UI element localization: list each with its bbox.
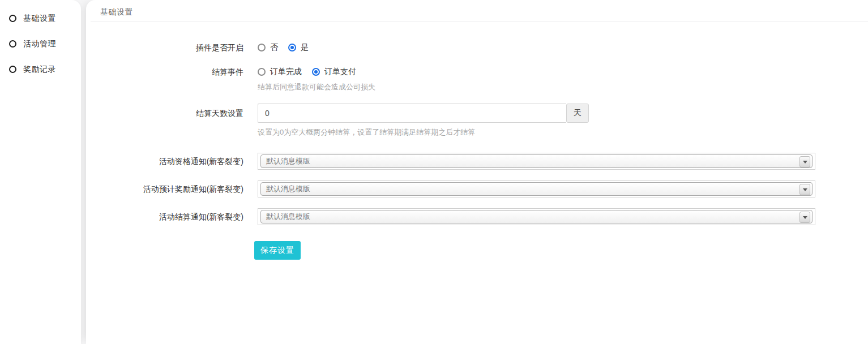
content-panel: 基础设置 插件是否开启 否 是 结算事件 订单完成 xyxy=(86,0,868,344)
plugin-enable-radio-group: 否 是 xyxy=(258,39,319,56)
radio-order-paid[interactable]: 订单支付 xyxy=(312,67,356,77)
radio-label: 订单完成 xyxy=(270,67,302,77)
settle-days-input-group: 天 xyxy=(258,104,589,123)
selected-option-text: 默认消息模版 xyxy=(266,184,310,194)
header-divider xyxy=(91,21,868,22)
settle-days-control: 天 设置为0为空大概两分钟结算，设置了结算期满足结算期之后才结算 xyxy=(258,104,589,137)
select-value: 默认消息模版 xyxy=(260,210,813,223)
sidebar-item-label: 基础设置 xyxy=(23,14,56,24)
select-value: 默认消息模版 xyxy=(260,182,813,196)
page-title: 基础设置 xyxy=(86,0,868,22)
radio-label: 否 xyxy=(270,42,278,53)
settle-event-control: 订单完成 订单支付 结算后同意退款可能会造成公司损失 xyxy=(258,63,375,92)
radio-label: 是 xyxy=(301,42,309,53)
notify-expected-reward-select[interactable]: 默认消息模版 xyxy=(258,180,815,197)
form-row-notify-settlement: 活动结算通知(新客裂变) 默认消息模版 xyxy=(86,208,868,225)
sidebar: 基础设置 活动管理 奖励记录 xyxy=(0,0,81,344)
form-row-notify-qualification: 活动资格通知(新客裂变) 默认消息模版 xyxy=(86,153,868,170)
sidebar-item-label: 活动管理 xyxy=(23,39,56,49)
select-value: 默认消息模版 xyxy=(260,154,813,168)
circle-icon xyxy=(9,40,16,48)
radio-icon xyxy=(258,44,266,51)
selected-option-text: 默认消息模版 xyxy=(266,156,310,166)
form-row-settle-days: 结算天数设置 天 设置为0为空大概两分钟结算，设置了结算期满足结算期之后才结算 xyxy=(86,104,868,137)
radio-icon xyxy=(258,68,266,76)
notify-settlement-select[interactable]: 默认消息模版 xyxy=(258,208,815,225)
chevron-down-icon[interactable] xyxy=(799,156,810,167)
field-label: 活动结算通知(新客裂变) xyxy=(86,208,243,225)
form-row-notify-expected-reward: 活动预计奖励通知(新客裂变) 默认消息模版 xyxy=(86,180,868,197)
radio-plugin-no[interactable]: 否 xyxy=(258,42,278,53)
form-row-settle-event: 结算事件 订单完成 订单支付 结算后同意退款可能会造成公司损失 xyxy=(86,63,868,89)
field-label: 活动预计奖励通知(新客裂变) xyxy=(86,180,243,197)
circle-icon xyxy=(9,15,16,22)
field-label: 活动资格通知(新客裂变) xyxy=(86,153,243,170)
settle-days-hint: 设置为0为空大概两分钟结算，设置了结算期满足结算期之后才结算 xyxy=(258,127,589,137)
chevron-down-icon[interactable] xyxy=(799,212,810,223)
sidebar-item-reward-records[interactable]: 奖励记录 xyxy=(0,57,81,82)
field-label: 结算天数设置 xyxy=(86,104,243,123)
radio-icon xyxy=(312,68,320,76)
chevron-down-icon[interactable] xyxy=(799,184,810,195)
circle-icon xyxy=(9,66,16,73)
radio-order-complete[interactable]: 订单完成 xyxy=(258,67,302,77)
radio-label: 订单支付 xyxy=(324,67,356,77)
field-label: 插件是否开启 xyxy=(86,39,243,56)
settle-days-input[interactable] xyxy=(258,104,566,123)
sidebar-item-basic-settings[interactable]: 基础设置 xyxy=(0,6,81,31)
save-settings-button[interactable]: 保存设置 xyxy=(254,241,301,260)
selected-option-text: 默认消息模版 xyxy=(266,212,310,222)
radio-plugin-yes[interactable]: 是 xyxy=(288,42,309,53)
sidebar-item-label: 奖励记录 xyxy=(23,64,56,75)
unit-addon: 天 xyxy=(566,104,589,123)
notify-qualification-select[interactable]: 默认消息模版 xyxy=(258,153,815,170)
sidebar-item-activity-management[interactable]: 活动管理 xyxy=(0,31,81,57)
field-label: 结算事件 xyxy=(86,63,243,80)
form-row-plugin-enable: 插件是否开启 否 是 xyxy=(86,39,868,56)
settle-event-radio-group: 订单完成 订单支付 xyxy=(258,63,375,80)
radio-icon xyxy=(288,44,296,51)
settle-event-hint: 结算后同意退款可能会造成公司损失 xyxy=(258,82,375,92)
